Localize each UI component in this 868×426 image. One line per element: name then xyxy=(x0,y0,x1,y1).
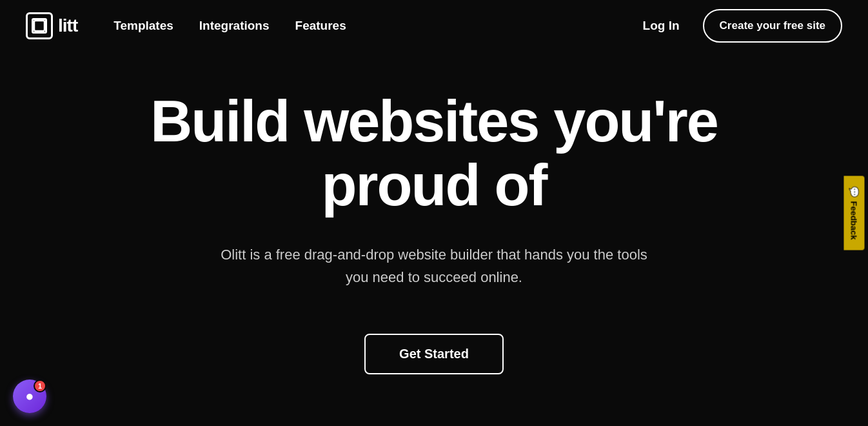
get-started-button[interactable]: Get Started xyxy=(364,334,504,374)
feedback-icon: 💬 xyxy=(849,187,860,198)
nav-link-templates[interactable]: Templates xyxy=(103,14,184,38)
feedback-tab[interactable]: 💬 Feedback xyxy=(844,176,865,250)
navbar-left: litt Templates Integrations Features xyxy=(26,12,357,39)
hero-subtitle: Olitt is a free drag-and-drop website bu… xyxy=(215,243,653,289)
nav-link-features[interactable]: Features xyxy=(285,14,357,38)
logo[interactable]: litt xyxy=(26,12,77,39)
create-free-site-button[interactable]: Create your free site xyxy=(703,9,842,43)
chat-bubble-icon: ● xyxy=(25,388,34,405)
hero-section: Build websites you're proud of Olitt is … xyxy=(0,51,868,426)
chat-bubble[interactable]: ● 1 xyxy=(13,380,46,413)
login-link[interactable]: Log In xyxy=(633,14,690,38)
logo-text: litt xyxy=(58,15,77,36)
feedback-label: Feedback xyxy=(849,201,859,240)
hero-title: Build websites you're proud of xyxy=(144,90,724,218)
svg-rect-0 xyxy=(34,21,44,31)
nav-links: Templates Integrations Features xyxy=(103,14,357,38)
chat-bubble-badge: 1 xyxy=(34,380,46,392)
nav-link-integrations[interactable]: Integrations xyxy=(189,14,280,38)
navbar-right: Log In Create your free site xyxy=(633,9,842,43)
navbar: litt Templates Integrations Features Log… xyxy=(0,0,868,51)
olitt-logo-icon xyxy=(26,12,53,39)
